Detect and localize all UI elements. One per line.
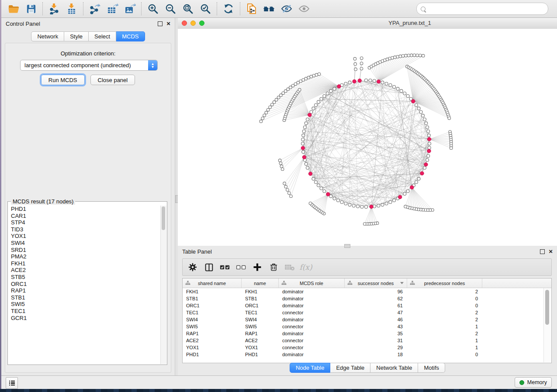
table-row[interactable]: YOX1YOX1connector291 (183, 344, 551, 351)
network-window-titlebar[interactable]: YPA_prune.txt_1 (178, 18, 557, 29)
cell-mcds-role[interactable]: connector (279, 323, 345, 330)
close-window-icon[interactable] (182, 21, 187, 26)
cell-predecessor-nodes[interactable]: 1 (407, 323, 482, 330)
cell-predecessor-nodes[interactable]: 2 (407, 316, 482, 323)
criterion-select[interactable]: largest connected component (undirected)… (20, 60, 158, 71)
cell-predecessor-nodes[interactable]: 2 (407, 330, 482, 337)
cell-shared-name[interactable]: STB1 (183, 295, 242, 302)
hide-selected-button[interactable] (279, 2, 294, 16)
cell-predecessor-nodes[interactable]: 1 (407, 337, 482, 344)
select-all-rows-button[interactable] (218, 261, 232, 274)
cell-shared-name[interactable]: SWI4 (183, 316, 242, 323)
cell-mcds-role[interactable]: dominator (279, 351, 345, 358)
tab-select[interactable]: Select (89, 31, 116, 41)
network-canvas[interactable] (178, 29, 557, 246)
cell-successor-nodes[interactable]: 46 (345, 316, 407, 323)
cell-successor-nodes[interactable]: 96 (345, 288, 407, 295)
export-image-button[interactable] (122, 2, 138, 16)
cell-successor-nodes[interactable]: 61 (345, 302, 407, 309)
zoom-out-button[interactable] (163, 2, 178, 16)
mcds-result-item[interactable]: TEC1 (11, 308, 160, 315)
show-hidden-button[interactable] (296, 2, 312, 16)
mcds-result-item[interactable]: SRD1 (11, 247, 160, 254)
delete-row-button[interactable] (267, 261, 280, 274)
cell-shared-name[interactable]: TEC1 (183, 309, 242, 316)
tab-network-table[interactable]: Network Table (370, 363, 418, 373)
cell-shared-name[interactable]: ORC1 (183, 302, 242, 309)
mcds-result-item[interactable]: STB5 (11, 274, 160, 281)
table-row[interactable]: STB1STB1dominator620 (183, 295, 551, 302)
cell-shared-name[interactable]: YOX1 (183, 344, 242, 351)
cell-mcds-role[interactable]: dominator (279, 295, 345, 302)
tab-node-table[interactable]: Node Table (290, 363, 331, 373)
cell-predecessor-nodes[interactable]: 0 (407, 295, 482, 302)
column-header-name[interactable]: name (242, 279, 279, 288)
mcds-result-item[interactable]: PHD1 (11, 206, 160, 213)
cell-successor-nodes[interactable]: 47 (345, 309, 407, 316)
export-table-button[interactable] (104, 2, 120, 16)
mcds-result-item[interactable]: FKH1 (11, 260, 160, 267)
cell-name[interactable]: FKH1 (242, 288, 279, 295)
tab-edge-table[interactable]: Edge Table (330, 363, 370, 373)
table-scrollbar[interactable] (543, 288, 551, 362)
cell-predecessor-nodes[interactable]: 2 (407, 309, 482, 316)
mcds-result-item[interactable]: CAR1 (11, 213, 160, 220)
cell-name[interactable]: ACE2 (242, 337, 279, 344)
mcds-result-item[interactable]: YOX1 (11, 233, 160, 240)
scrollbar-thumb[interactable] (162, 206, 165, 230)
mcds-result-item[interactable]: ACE2 (11, 267, 160, 274)
cell-name[interactable]: STB1 (242, 295, 279, 302)
cell-successor-nodes[interactable]: 35 (345, 330, 407, 337)
cell-shared-name[interactable]: ACE2 (183, 337, 242, 344)
cell-successor-nodes[interactable]: 29 (345, 344, 407, 351)
cell-mcds-role[interactable]: dominator (279, 316, 345, 323)
column-header-mcds-role[interactable]: MCDS role (279, 279, 345, 288)
deselect-all-rows-button[interactable] (235, 261, 248, 274)
horizontal-divider-grip[interactable] (344, 244, 350, 248)
mcds-result-item[interactable]: ORC1 (11, 281, 160, 288)
table-row[interactable]: RAP1RAP1dominator352 (183, 330, 551, 337)
cell-name[interactable]: SWI4 (242, 316, 279, 323)
mcds-result-item[interactable]: GCR1 (11, 315, 160, 322)
show-panels-button[interactable] (6, 377, 18, 389)
cell-name[interactable]: RAP1 (242, 330, 279, 337)
table-row[interactable]: ORC1ORC1dominator610 (183, 302, 551, 309)
table-row[interactable]: SWI4SWI4dominator462 (183, 316, 551, 323)
save-session-button[interactable] (23, 2, 39, 16)
cell-mcds-role[interactable]: connector (279, 309, 345, 316)
column-header-shared-name[interactable]: shared name (183, 279, 242, 288)
cell-shared-name[interactable]: PHD1 (183, 351, 242, 358)
show-all-networks-button[interactable] (261, 2, 277, 16)
close-panel-icon[interactable]: × (166, 21, 170, 26)
table-row[interactable]: PHD1PHD1dominator180 (183, 351, 551, 358)
cell-predecessor-nodes[interactable]: 0 (407, 302, 482, 309)
table-row[interactable]: TEC1TEC1connector472 (183, 309, 551, 316)
cell-shared-name[interactable]: SWI5 (183, 323, 242, 330)
mcds-result-item[interactable]: STP4 (11, 219, 160, 226)
scrollbar-thumb[interactable] (545, 290, 549, 325)
mcds-result-item[interactable]: SWI4 (11, 240, 160, 247)
cell-mcds-role[interactable]: dominator (279, 330, 345, 337)
tab-style[interactable]: Style (64, 31, 89, 41)
mcds-result-item[interactable]: STB1 (11, 294, 160, 301)
refresh-view-button[interactable] (221, 2, 236, 16)
float-panel-icon[interactable] (540, 249, 545, 254)
mcds-result-item[interactable]: PMA2 (11, 253, 160, 260)
run-mcds-button[interactable]: Run MCDS (41, 75, 85, 85)
zoom-in-button[interactable] (145, 2, 161, 16)
cell-mcds-role[interactable]: dominator (279, 302, 345, 309)
show-columns-button[interactable] (202, 261, 215, 274)
cell-mcds-role[interactable]: connector (279, 337, 345, 344)
float-panel-icon[interactable] (158, 21, 163, 26)
export-network-button[interactable] (87, 2, 103, 16)
cell-predecessor-nodes[interactable]: 2 (407, 288, 482, 295)
column-header-successor-nodes[interactable]: successor nodes (345, 279, 407, 288)
table-row[interactable]: SWI5SWI5connector431 (183, 323, 551, 330)
maximize-window-icon[interactable] (199, 21, 204, 26)
import-table-button[interactable] (64, 2, 80, 16)
tab-mcds[interactable]: MCDS (116, 31, 145, 41)
mcds-result-item[interactable]: SWI5 (11, 301, 160, 308)
table-row[interactable]: FKH1FKH1dominator962 (183, 288, 551, 295)
search-input[interactable] (428, 5, 544, 13)
cell-shared-name[interactable]: FKH1 (183, 288, 242, 295)
